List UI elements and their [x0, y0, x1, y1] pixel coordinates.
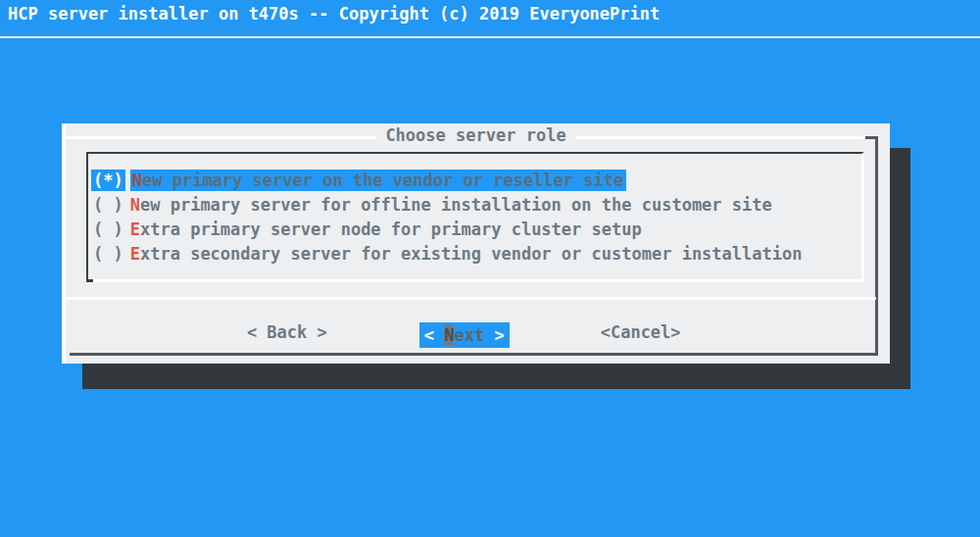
radio-option-label: New primary server for offline installat…	[130, 194, 775, 216]
hotkey-letter: N	[130, 195, 140, 215]
radiolist-corner	[86, 279, 93, 282]
radio-option-label: Extra primary server node for primary cl…	[130, 219, 645, 240]
next-bracket-open: <	[424, 325, 444, 345]
dialog-title: Choose server role	[375, 125, 575, 145]
radio-option-extra-primary-node[interactable]: ( ) Extra primary server node for primar…	[91, 217, 861, 241]
terminal-screen: HCP server installer on t470s -- Copyrig…	[0, 0, 980, 537]
radio-indicator: ( )	[91, 194, 125, 216]
next-cursor-letter: N	[444, 325, 454, 345]
cancel-button[interactable]: <Cancel>	[601, 322, 681, 342]
radio-option-new-primary-vendor[interactable]: (*) New primary server on the vendor or …	[91, 168, 861, 192]
radio-indicator: ( )	[91, 243, 125, 265]
radiolist: (*) New primary server on the vendor or …	[86, 152, 864, 282]
radio-option-label: Extra secondary server for existing vend…	[130, 243, 806, 265]
hotkey-letter: N	[132, 171, 142, 190]
button-row-separator	[66, 297, 876, 300]
next-button[interactable]: < Next >	[419, 322, 510, 348]
next-label-rest: ext	[454, 325, 484, 345]
radio-indicator: ( )	[91, 219, 125, 240]
dialog-border-right	[875, 136, 878, 356]
back-button[interactable]: < Back >	[247, 322, 327, 342]
label-text: ew primary server on the vendor or resel…	[142, 171, 623, 190]
hotkey-letter: E	[130, 220, 140, 239]
label-text: xtra primary server node for primary clu…	[140, 220, 642, 239]
next-bracket-close: >	[484, 325, 504, 345]
choose-server-role-dialog: Choose server role (*) New primary serve…	[62, 123, 890, 364]
radio-option-new-primary-offline[interactable]: ( ) New primary server for offline insta…	[91, 192, 861, 217]
dialog-border-bottom	[70, 353, 878, 356]
label-text: ew primary server for offline installati…	[140, 195, 772, 215]
radio-indicator: (*)	[91, 170, 125, 191]
header-separator-line	[0, 36, 980, 38]
radio-option-label: New primary server on the vendor or rese…	[130, 170, 627, 191]
hotkey-letter: E	[130, 244, 140, 264]
radio-option-extra-secondary[interactable]: ( ) Extra secondary server for existing …	[91, 241, 861, 266]
dialog-border-left	[62, 123, 66, 364]
label-text: xtra secondary server for existing vendo…	[140, 244, 803, 264]
header-title: HCP server installer on t470s -- Copyrig…	[8, 4, 660, 24]
